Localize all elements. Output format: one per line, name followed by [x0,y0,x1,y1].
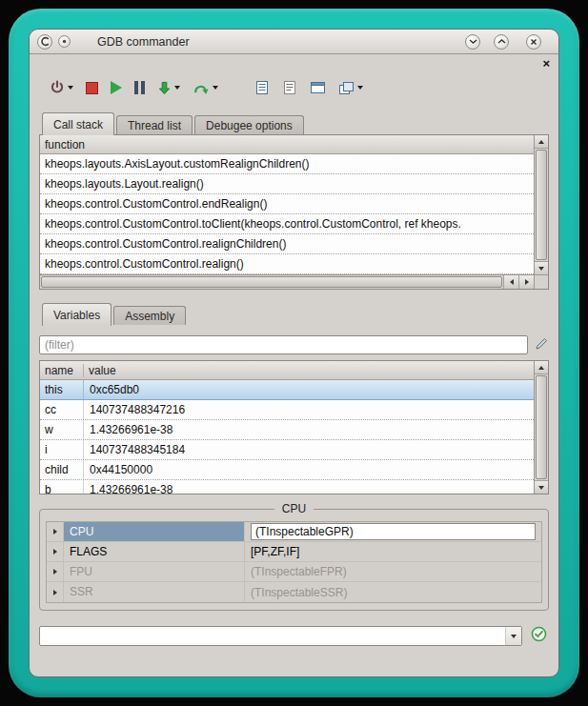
variable-row[interactable]: this 0xc65db0 [40,380,534,400]
call-stack-row[interactable]: kheops.control.CustomControl.endRealign(… [40,194,534,214]
cpu-row[interactable]: SSR (TInspectableSSR) [47,582,541,602]
stack-button[interactable] [253,76,271,99]
scroll-up-button[interactable] [535,361,548,374]
commands-button[interactable] [281,76,298,99]
scroll-down-button[interactable] [535,261,548,274]
call-stack-row[interactable]: kheops.layouts.Layout.realign() [40,174,534,194]
combo-dropdown-button[interactable] [505,627,521,645]
pause-icon [134,81,145,94]
dock-body: × [30,54,558,676]
variable-value: 140737488347216 [84,400,534,419]
command-row [39,626,549,646]
minimize-button[interactable] [465,34,480,50]
memory-button[interactable] [309,76,327,99]
call-stack-row[interactable]: kheops.control.CustomControl.realign() [40,254,534,274]
register-group-value[interactable]: (TInspectableGPR) [245,522,541,541]
call-stack-vertical-scrollbar[interactable] [534,135,548,274]
call-stack-row[interactable]: kheops.control.CustomControl.realignChil… [40,234,534,254]
expander[interactable] [47,542,64,561]
step-over-icon [193,81,210,95]
scroll-left-button[interactable] [503,275,518,289]
command-combobox[interactable] [39,626,522,646]
scroll-down-button[interactable] [535,480,548,494]
titlebar[interactable]: GDB commander [30,30,558,54]
scrollbar-corner [534,274,548,289]
tab-call-stack[interactable]: Call stack [42,112,114,135]
processes-dropdown-icon [357,86,363,90]
variable-name: b [40,480,84,494]
scroll-thumb[interactable] [41,276,502,288]
command-input[interactable] [40,630,505,643]
monitor-icon [310,81,326,95]
name-column-header[interactable]: name [40,364,84,377]
step-over-button[interactable] [192,76,219,99]
step-button[interactable] [156,76,181,99]
call-stack-pane: function kheops.layouts.AxisLayout.custo… [39,134,549,290]
call-stack-table: function kheops.layouts.AxisLayout.custo… [40,135,534,274]
arrow-up-icon [538,366,544,370]
variable-name: this [40,380,84,399]
window-title: GDB commander [97,35,190,49]
tab-debugee-options[interactable]: Debugee options [194,115,304,134]
register-value-editor[interactable]: (TInspectableGPR) [251,523,536,540]
cpu-groupbox: CPU CPU (TInspectableGPR) FLAGS [PF,ZF,I… [39,502,549,611]
call-stack-row[interactable]: kheops.control.CustomControl.toClient(kh… [40,214,534,234]
send-command-button[interactable] [531,626,547,646]
variables-header: name value [40,361,534,380]
function-column-header[interactable]: function [40,138,90,151]
value-column-header[interactable]: value [84,364,121,377]
pause-button[interactable] [133,76,146,99]
processes-button[interactable] [337,76,364,99]
chevron-right-icon [53,549,57,555]
scroll-thumb[interactable] [536,375,547,479]
scroll-up-button[interactable] [535,135,548,149]
stop-button[interactable] [85,76,99,99]
variable-row[interactable]: w 1.43266961e-38 [40,420,534,440]
filter-input[interactable] [39,335,528,354]
tab-thread-list[interactable]: Thread list [116,115,193,134]
variable-row[interactable]: b 1.43266961e-38 [40,480,534,494]
variable-name: child [40,460,84,479]
cpu-row[interactable]: FLAGS [PF,ZF,IF] [47,542,541,562]
variables-vertical-scrollbar[interactable] [534,361,548,494]
arrow-left-icon [510,279,514,285]
maximize-button[interactable] [494,34,509,50]
expander[interactable] [47,562,64,581]
pin-icon[interactable] [58,35,71,48]
cpu-row[interactable]: CPU (TInspectableGPR) [47,522,541,542]
variable-row[interactable]: i 140737488345184 [40,440,534,460]
scroll-thumb[interactable] [536,150,547,260]
arrow-right-icon [525,279,529,285]
variable-value: 0xc65db0 [84,380,534,399]
close-button[interactable] [526,34,541,50]
power-button[interactable] [49,76,74,99]
scroll-right-button[interactable] [518,275,534,289]
filter-row [39,335,549,354]
arrow-down-icon [538,486,544,490]
variables-table: name value this 0xc65db0 cc 140737488347… [40,361,534,494]
expander[interactable] [47,522,64,541]
variable-row[interactable]: child 0x44150000 [40,460,534,480]
middle-tabbar: Variables Assembly [39,303,549,325]
chevron-right-icon [53,590,57,595]
variable-row[interactable]: cc 140737488347216 [40,400,534,420]
tab-assembly[interactable]: Assembly [113,306,186,325]
step-dropdown-icon [174,86,180,90]
variables-pane: name value this 0xc65db0 cc 140737488347… [39,360,549,494]
expander[interactable] [47,582,64,602]
dock-close-button[interactable]: × [542,58,550,70]
filter-pen-icon[interactable] [535,336,549,354]
app-icon [37,34,52,50]
continue-button[interactable] [110,76,123,99]
top-tabbar: Call stack Thread list Debugee options [39,112,549,134]
window-frame: GDB commander × [9,9,579,697]
variable-name: cc [40,400,84,419]
tab-variables[interactable]: Variables [42,303,112,326]
windows-icon [338,81,355,95]
call-stack-horizontal-scrollbar[interactable] [40,274,534,289]
cpu-row[interactable]: FPU (TInspectableFPR) [47,562,541,582]
variable-value: 1.43266961e-38 [84,420,534,439]
play-icon [111,81,122,94]
register-group-value: [PF,ZF,IF] [245,542,541,561]
call-stack-row[interactable]: kheops.layouts.AxisLayout.customRealignC… [40,154,534,174]
